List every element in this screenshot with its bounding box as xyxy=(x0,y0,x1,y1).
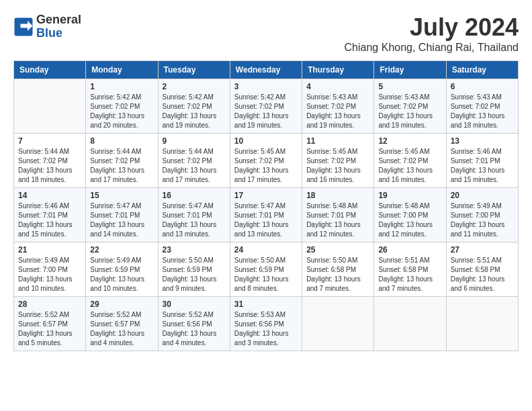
calendar-cell: 19Sunrise: 5:48 AMSunset: 7:00 PMDayligh… xyxy=(374,188,446,242)
page-header: General Blue July 2024 Chiang Khong, Chi… xyxy=(13,13,519,54)
day-info: Sunrise: 5:51 AMSunset: 6:58 PMDaylight:… xyxy=(378,256,441,293)
day-number: 11 xyxy=(306,136,369,146)
day-info: Sunrise: 5:50 AMSunset: 6:59 PMDaylight:… xyxy=(163,256,226,293)
day-info: Sunrise: 5:49 AMSunset: 6:59 PMDaylight:… xyxy=(90,256,153,293)
day-info: Sunrise: 5:48 AMSunset: 7:01 PMDaylight:… xyxy=(306,201,369,239)
calendar-cell: 3Sunrise: 5:42 AMSunset: 7:02 PMDaylight… xyxy=(230,79,302,134)
day-number: 21 xyxy=(18,245,81,255)
calendar-cell: 28Sunrise: 5:52 AMSunset: 6:57 PMDayligh… xyxy=(14,297,86,351)
weekday-header-cell: Tuesday xyxy=(158,61,230,79)
day-info: Sunrise: 5:42 AMSunset: 7:02 PMDaylight:… xyxy=(90,93,153,130)
day-number: 24 xyxy=(234,245,298,255)
day-info: Sunrise: 5:44 AMSunset: 7:02 PMDaylight:… xyxy=(163,147,226,185)
day-number: 8 xyxy=(90,136,153,146)
day-number: 30 xyxy=(163,300,226,309)
day-info: Sunrise: 5:51 AMSunset: 6:58 PMDaylight:… xyxy=(451,256,514,293)
day-number: 17 xyxy=(234,191,298,200)
day-number: 18 xyxy=(306,191,369,200)
calendar-cell: 27Sunrise: 5:51 AMSunset: 6:58 PMDayligh… xyxy=(446,242,518,297)
day-info: Sunrise: 5:43 AMSunset: 7:02 PMDaylight:… xyxy=(306,93,369,130)
calendar-cell xyxy=(374,297,446,351)
weekday-header-cell: Friday xyxy=(374,61,446,79)
calendar-cell: 6Sunrise: 5:43 AMSunset: 7:02 PMDaylight… xyxy=(446,79,518,134)
day-info: Sunrise: 5:42 AMSunset: 7:02 PMDaylight:… xyxy=(234,93,298,130)
day-number: 15 xyxy=(90,191,153,200)
calendar-cell: 10Sunrise: 5:45 AMSunset: 7:02 PMDayligh… xyxy=(230,134,302,188)
calendar-cell: 9Sunrise: 5:44 AMSunset: 7:02 PMDaylight… xyxy=(158,134,230,188)
calendar-cell: 14Sunrise: 5:46 AMSunset: 7:01 PMDayligh… xyxy=(14,188,86,242)
day-number: 26 xyxy=(378,245,441,255)
calendar-cell: 5Sunrise: 5:43 AMSunset: 7:02 PMDaylight… xyxy=(374,79,446,134)
day-number: 13 xyxy=(451,136,514,146)
calendar-cell: 15Sunrise: 5:47 AMSunset: 7:01 PMDayligh… xyxy=(86,188,158,242)
logo-text: General Blue xyxy=(36,13,81,40)
day-info: Sunrise: 5:44 AMSunset: 7:02 PMDaylight:… xyxy=(18,147,81,185)
weekday-header-cell: Wednesday xyxy=(230,61,302,79)
calendar-cell: 7Sunrise: 5:44 AMSunset: 7:02 PMDaylight… xyxy=(14,134,86,188)
day-info: Sunrise: 5:45 AMSunset: 7:02 PMDaylight:… xyxy=(306,147,369,185)
weekday-header-cell: Thursday xyxy=(302,61,374,79)
calendar-cell: 8Sunrise: 5:44 AMSunset: 7:02 PMDaylight… xyxy=(86,134,158,188)
calendar-cell: 18Sunrise: 5:48 AMSunset: 7:01 PMDayligh… xyxy=(302,188,374,242)
calendar-week-row: 14Sunrise: 5:46 AMSunset: 7:01 PMDayligh… xyxy=(14,188,519,242)
day-number: 12 xyxy=(378,136,441,146)
calendar-cell: 31Sunrise: 5:53 AMSunset: 6:56 PMDayligh… xyxy=(230,297,302,351)
day-info: Sunrise: 5:42 AMSunset: 7:02 PMDaylight:… xyxy=(163,93,226,130)
logo: General Blue xyxy=(13,13,81,40)
weekday-header-cell: Sunday xyxy=(14,61,86,79)
day-number: 10 xyxy=(234,136,298,146)
calendar-cell: 26Sunrise: 5:51 AMSunset: 6:58 PMDayligh… xyxy=(374,242,446,297)
day-info: Sunrise: 5:46 AMSunset: 7:01 PMDaylight:… xyxy=(451,147,514,185)
day-number: 28 xyxy=(18,300,81,309)
calendar-cell: 20Sunrise: 5:49 AMSunset: 7:00 PMDayligh… xyxy=(446,188,518,242)
calendar-cell: 30Sunrise: 5:52 AMSunset: 6:56 PMDayligh… xyxy=(158,297,230,351)
day-number: 6 xyxy=(451,82,514,91)
day-info: Sunrise: 5:47 AMSunset: 7:01 PMDaylight:… xyxy=(90,201,153,239)
calendar-cell: 2Sunrise: 5:42 AMSunset: 7:02 PMDaylight… xyxy=(158,79,230,134)
calendar-table: SundayMondayTuesdayWednesdayThursdayFrid… xyxy=(13,60,519,351)
calendar-cell: 17Sunrise: 5:47 AMSunset: 7:01 PMDayligh… xyxy=(230,188,302,242)
calendar-cell: 23Sunrise: 5:50 AMSunset: 6:59 PMDayligh… xyxy=(158,242,230,297)
day-number: 4 xyxy=(306,82,369,91)
calendar-cell: 22Sunrise: 5:49 AMSunset: 6:59 PMDayligh… xyxy=(86,242,158,297)
day-info: Sunrise: 5:49 AMSunset: 7:00 PMDaylight:… xyxy=(451,201,514,239)
calendar-cell xyxy=(302,297,374,351)
day-number: 25 xyxy=(306,245,369,255)
day-number: 5 xyxy=(378,82,441,91)
day-info: Sunrise: 5:50 AMSunset: 6:59 PMDaylight:… xyxy=(234,256,298,293)
calendar-cell: 29Sunrise: 5:52 AMSunset: 6:57 PMDayligh… xyxy=(86,297,158,351)
day-number: 23 xyxy=(163,245,226,255)
day-number: 29 xyxy=(90,300,153,309)
day-number: 22 xyxy=(90,245,153,255)
calendar-week-row: 7Sunrise: 5:44 AMSunset: 7:02 PMDaylight… xyxy=(14,134,519,188)
calendar-cell: 11Sunrise: 5:45 AMSunset: 7:02 PMDayligh… xyxy=(302,134,374,188)
logo-line2: Blue xyxy=(36,26,62,40)
calendar-cell: 25Sunrise: 5:50 AMSunset: 6:58 PMDayligh… xyxy=(302,242,374,297)
day-number: 14 xyxy=(18,191,81,200)
day-number: 9 xyxy=(163,136,226,146)
day-info: Sunrise: 5:52 AMSunset: 6:56 PMDaylight:… xyxy=(163,310,226,348)
title-block: July 2024 Chiang Khong, Chiang Rai, Thai… xyxy=(345,13,519,54)
calendar-cell: 4Sunrise: 5:43 AMSunset: 7:02 PMDaylight… xyxy=(302,79,374,134)
day-info: Sunrise: 5:48 AMSunset: 7:00 PMDaylight:… xyxy=(378,201,441,239)
month-title: July 2024 xyxy=(345,13,519,42)
calendar-cell: 24Sunrise: 5:50 AMSunset: 6:59 PMDayligh… xyxy=(230,242,302,297)
day-number: 2 xyxy=(163,82,226,91)
calendar-week-row: 1Sunrise: 5:42 AMSunset: 7:02 PMDaylight… xyxy=(14,79,519,134)
calendar-cell: 13Sunrise: 5:46 AMSunset: 7:01 PMDayligh… xyxy=(446,134,518,188)
calendar-body: 1Sunrise: 5:42 AMSunset: 7:02 PMDaylight… xyxy=(14,79,519,351)
day-number: 19 xyxy=(378,191,441,200)
day-info: Sunrise: 5:53 AMSunset: 6:56 PMDaylight:… xyxy=(234,310,298,348)
day-number: 1 xyxy=(90,82,153,91)
calendar-cell: 12Sunrise: 5:45 AMSunset: 7:02 PMDayligh… xyxy=(374,134,446,188)
day-number: 27 xyxy=(451,245,514,255)
calendar-week-row: 21Sunrise: 5:49 AMSunset: 7:00 PMDayligh… xyxy=(14,242,519,297)
day-info: Sunrise: 5:52 AMSunset: 6:57 PMDaylight:… xyxy=(18,310,81,348)
day-number: 31 xyxy=(234,300,298,309)
day-number: 16 xyxy=(163,191,226,200)
calendar-cell: 1Sunrise: 5:42 AMSunset: 7:02 PMDaylight… xyxy=(86,79,158,134)
day-info: Sunrise: 5:46 AMSunset: 7:01 PMDaylight:… xyxy=(18,201,81,239)
weekday-header-cell: Saturday xyxy=(446,61,518,79)
day-info: Sunrise: 5:49 AMSunset: 7:00 PMDaylight:… xyxy=(18,256,81,293)
calendar-cell xyxy=(446,297,518,351)
